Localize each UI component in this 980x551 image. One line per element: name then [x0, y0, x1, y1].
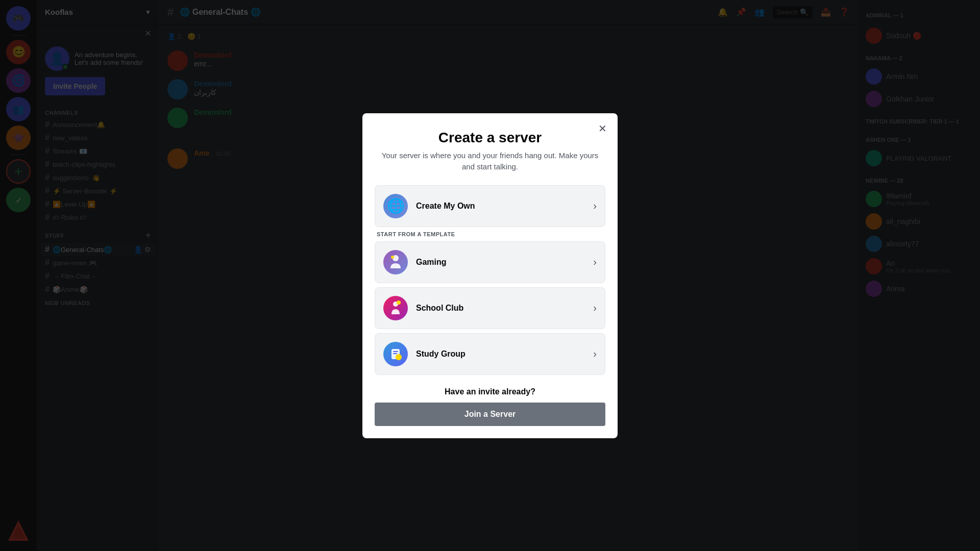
modal-overlay: ✕ Create a server Your server is where y… — [0, 0, 980, 551]
modal-close-icon: ✕ — [598, 122, 607, 135]
join-server-button[interactable]: Join a Server — [375, 403, 605, 426]
modal-subtitle: Your server is where you and your friend… — [375, 150, 605, 173]
study-group-option[interactable]: Study Group › — [375, 333, 605, 375]
create-my-own-left: 🌐 Create My Own — [383, 194, 475, 218]
gaming-chevron: › — [593, 256, 597, 268]
gaming-option-icon — [383, 250, 408, 274]
create-my-own-chevron: › — [593, 200, 597, 212]
school-club-chevron: › — [593, 302, 597, 314]
gaming-option-label: Gaming — [416, 258, 447, 267]
study-group-left: Study Group — [383, 342, 465, 366]
footer-text: Have an invite already? — [375, 387, 605, 396]
school-club-icon — [383, 296, 408, 320]
modal-close-button[interactable]: ✕ — [595, 121, 609, 136]
school-club-left: School Club — [383, 296, 463, 320]
school-club-label: School Club — [416, 304, 463, 313]
modal-footer: Have an invite already? Join a Server — [375, 387, 605, 426]
svg-rect-6 — [393, 353, 397, 354]
create-my-own-icon: 🌐 — [383, 194, 408, 218]
modal-title: Create a server — [375, 130, 605, 146]
school-club-option[interactable]: School Club › — [375, 287, 605, 329]
gaming-option-left: Gaming — [383, 250, 447, 274]
study-group-icon — [383, 342, 408, 366]
svg-rect-5 — [393, 351, 398, 352]
svg-point-3 — [397, 300, 401, 305]
template-section-label: START FROM A TEMPLATE — [375, 231, 605, 237]
gaming-option[interactable]: Gaming › — [375, 241, 605, 283]
svg-point-7 — [396, 354, 402, 360]
create-my-own-option[interactable]: 🌐 Create My Own › — [375, 185, 605, 227]
create-server-modal: ✕ Create a server Your server is where y… — [362, 113, 618, 438]
svg-point-1 — [391, 256, 394, 259]
study-group-label: Study Group — [416, 349, 465, 359]
create-my-own-label: Create My Own — [416, 202, 475, 211]
study-group-chevron: › — [593, 348, 597, 360]
